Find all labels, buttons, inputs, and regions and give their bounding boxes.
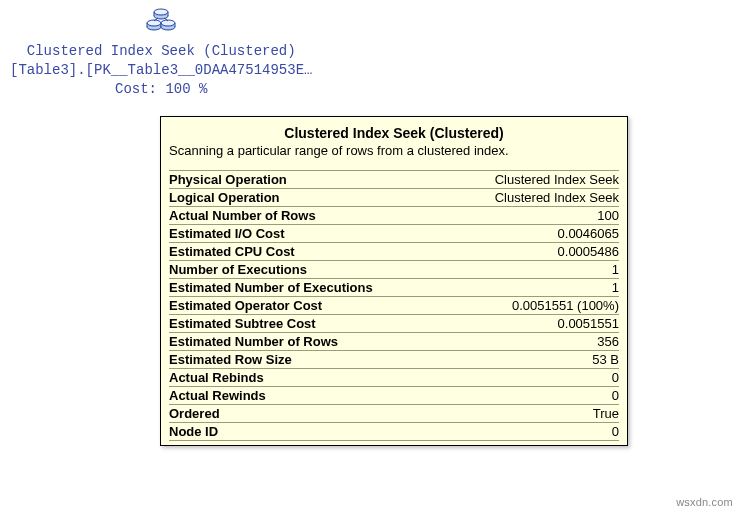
tooltip-row: Actual Rebinds0 <box>169 369 619 387</box>
tooltip-row-label: Actual Rebinds <box>169 370 264 385</box>
watermark: wsxdn.com <box>676 496 733 508</box>
tooltip-row: Estimated Subtree Cost0.0051551 <box>169 315 619 333</box>
node-cost: Cost: 100 % <box>10 80 312 99</box>
tooltip-row: Estimated Row Size53 B <box>169 351 619 369</box>
tooltip-row-label: Estimated Operator Cost <box>169 298 322 313</box>
tooltip-row-label: Estimated I/O Cost <box>169 226 285 241</box>
tooltip-description: Scanning a particular range of rows from… <box>169 143 619 158</box>
tooltip-row-label: Estimated Number of Executions <box>169 280 373 295</box>
tooltip-row: Node ID0 <box>169 423 619 441</box>
tooltip-row: OrderedTrue <box>169 405 619 423</box>
tooltip-row-label: Logical Operation <box>169 190 280 205</box>
tooltip-row: Estimated Number of Executions1 <box>169 279 619 297</box>
tooltip-row-value: 0 <box>612 388 619 403</box>
tooltip-properties: Physical OperationClustered Index SeekLo… <box>169 170 619 441</box>
tooltip-row: Number of Executions1 <box>169 261 619 279</box>
tooltip-row: Estimated Operator Cost0.0051551 (100%) <box>169 297 619 315</box>
tooltip-row-value: 0.0051551 (100%) <box>512 298 619 313</box>
node-title: Clustered Index Seek (Clustered) <box>10 42 312 61</box>
clustered-index-seek-icon <box>144 6 178 40</box>
tooltip-row-value: Clustered Index Seek <box>495 190 619 205</box>
query-plan-node[interactable]: Clustered Index Seek (Clustered) [Table3… <box>10 6 312 99</box>
tooltip-row-label: Ordered <box>169 406 220 421</box>
tooltip-row-label: Estimated Number of Rows <box>169 334 338 349</box>
tooltip-row: Actual Rewinds0 <box>169 387 619 405</box>
tooltip-row-value: 1 <box>612 262 619 277</box>
tooltip-title: Clustered Index Seek (Clustered) <box>169 125 619 141</box>
tooltip-row-label: Node ID <box>169 424 218 439</box>
tooltip-row-label: Estimated Row Size <box>169 352 292 367</box>
operator-tooltip: Clustered Index Seek (Clustered) Scannin… <box>160 116 628 446</box>
tooltip-row-value: 0.0005486 <box>558 244 619 259</box>
tooltip-row-value: 1 <box>612 280 619 295</box>
tooltip-row-label: Physical Operation <box>169 172 287 187</box>
tooltip-row-value: 100 <box>597 208 619 223</box>
tooltip-row: Physical OperationClustered Index Seek <box>169 170 619 189</box>
tooltip-row-value: True <box>593 406 619 421</box>
tooltip-row-value: 0.0046065 <box>558 226 619 241</box>
tooltip-row: Logical OperationClustered Index Seek <box>169 189 619 207</box>
tooltip-row-label: Estimated CPU Cost <box>169 244 295 259</box>
tooltip-row: Estimated I/O Cost0.0046065 <box>169 225 619 243</box>
tooltip-row-label: Number of Executions <box>169 262 307 277</box>
svg-point-12 <box>154 9 168 15</box>
tooltip-row: Estimated CPU Cost0.0005486 <box>169 243 619 261</box>
node-object: [Table3].[PK__Table3__0DAA47514953E… <box>10 61 312 80</box>
tooltip-row-value: 0 <box>612 370 619 385</box>
tooltip-row-value: Clustered Index Seek <box>495 172 619 187</box>
tooltip-row-value: 0 <box>612 424 619 439</box>
tooltip-row-value: 0.0051551 <box>558 316 619 331</box>
tooltip-row-label: Actual Number of Rows <box>169 208 316 223</box>
tooltip-row-value: 356 <box>597 334 619 349</box>
tooltip-row: Estimated Number of Rows356 <box>169 333 619 351</box>
tooltip-row-label: Estimated Subtree Cost <box>169 316 316 331</box>
tooltip-row: Actual Number of Rows100 <box>169 207 619 225</box>
tooltip-row-label: Actual Rewinds <box>169 388 266 403</box>
tooltip-row-value: 53 B <box>592 352 619 367</box>
